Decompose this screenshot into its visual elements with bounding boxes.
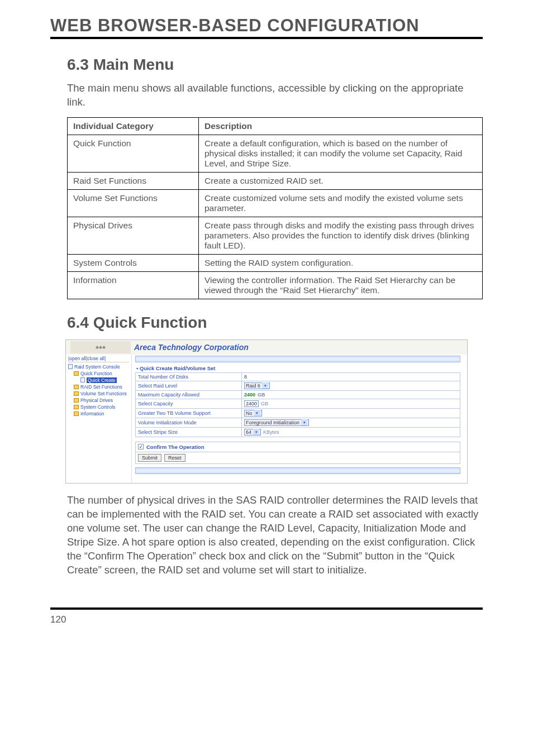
description-cell: Setting the RAID system configuration. — [199, 254, 483, 271]
category-cell: Volume Set Functions — [68, 189, 199, 217]
table-row: Physical DrivesCreate pass through disks… — [68, 217, 483, 254]
tree-item-label: Quick Function — [80, 371, 112, 376]
form-value[interactable]: 2400GB — [242, 399, 460, 408]
table-row: Quick FunctionCreate a default configura… — [68, 135, 483, 172]
form-row: Total Number Of Disks8 — [136, 372, 460, 381]
folder-icon — [74, 405, 79, 409]
table-row: Raid Set FunctionsCreate a customized RA… — [68, 172, 483, 189]
tree-root-label: Raid System Console — [74, 364, 120, 370]
page-icon — [68, 364, 73, 369]
description-cell: Create pass through disks and modify the… — [199, 217, 483, 254]
category-cell: Physical Drives — [68, 217, 199, 254]
tree-item[interactable]: RAID Set Functions — [68, 384, 129, 390]
form-row: Select Capacity2400GB — [136, 399, 460, 408]
section-6-3-title: 6.3 Main Menu — [50, 56, 483, 74]
tree-item[interactable]: System Controls — [68, 404, 129, 410]
form-row: Greater Two TB Volume SupportNo▾ — [136, 408, 460, 418]
page-number: 120 — [50, 614, 483, 625]
form-value[interactable]: Raid 6▾ — [242, 381, 460, 390]
submit-button[interactable]: Submit — [138, 454, 161, 462]
form-label: Total Number Of Disks — [136, 372, 242, 381]
form-row: Select Raid LevelRaid 6▾ — [136, 381, 460, 390]
category-cell: System Controls — [68, 254, 199, 271]
quick-create-form: Total Number Of Disks8Select Raid LevelR… — [135, 372, 460, 437]
tree-item[interactable]: Quick Function — [68, 370, 129, 377]
chevron-down-icon: ▾ — [254, 410, 260, 416]
tree-item-label: Physical Drives — [80, 398, 113, 403]
form-label: Select Stripe Size — [136, 427, 242, 437]
category-cell: Raid Set Functions — [68, 172, 199, 189]
folder-icon — [74, 398, 79, 403]
description-cell: Create a default configuration, which is… — [199, 135, 483, 172]
tree-item-label: Quick Create — [87, 377, 117, 383]
section-6-3-intro: The main menu shows all available functi… — [50, 82, 483, 109]
tree-item-label: RAID Set Functions — [80, 384, 122, 390]
tree-item-label: System Controls — [80, 404, 115, 410]
select-field[interactable]: No▾ — [244, 410, 262, 417]
tree-item[interactable]: Volume Set Functions — [68, 390, 129, 397]
quick-create-screenshot: ◉◉◉ Areca Technology Corporation |open a… — [65, 339, 468, 484]
folder-icon — [74, 412, 79, 416]
tree-item-label: Volume Set Functions — [80, 391, 127, 396]
page-icon — [80, 377, 85, 382]
form-value: 8 — [242, 372, 460, 381]
folder-icon — [74, 385, 79, 389]
folder-icon — [74, 391, 79, 396]
tree-item[interactable]: Physical Drives — [68, 397, 129, 404]
section-6-4-body: The number of physical drives in the SAS… — [50, 494, 483, 577]
form-label: Select Raid Level — [136, 381, 242, 390]
table-row: Volume Set FunctionsCreate customized vo… — [68, 189, 483, 217]
main-panel: ▪ Quick Create Raid/Volume Set Total Num… — [132, 355, 467, 483]
form-value[interactable]: No▾ — [242, 408, 460, 418]
form-label: Maximum Capacity Allowed — [136, 390, 242, 399]
form-row: Volume Initialization ModeForeground Ini… — [136, 418, 460, 427]
confirm-row[interactable]: ✓ Confirm The Operation — [135, 442, 460, 452]
chevron-down-icon: ▾ — [301, 419, 307, 425]
description-cell: Create a customized RAID set. — [199, 172, 483, 189]
footer-rule — [50, 607, 483, 610]
form-value[interactable]: 64▾KBytes — [242, 427, 460, 437]
form-label: Greater Two TB Volume Support — [136, 408, 242, 418]
reset-button[interactable]: Reset — [164, 454, 185, 462]
tree-item[interactable]: Quick Create — [68, 377, 129, 384]
folder-icon — [74, 371, 79, 376]
chevron-down-icon: ▾ — [253, 429, 259, 435]
col-header-category: Individual Category — [68, 117, 199, 135]
form-label: Select Capacity — [136, 399, 242, 408]
form-row: Maximum Capacity Allowed2400GB — [136, 390, 460, 399]
description-cell: Create customized volume sets and modify… — [199, 189, 483, 217]
form-value: 2400GB — [242, 390, 460, 399]
category-table: Individual Category Description Quick Fu… — [67, 117, 483, 299]
tree-item[interactable]: Information — [68, 410, 129, 417]
select-field[interactable]: 64▾ — [244, 429, 261, 436]
capacity-input[interactable]: 2400 — [244, 400, 259, 407]
gradient-bar — [135, 356, 460, 362]
brand-text: Areca Technology Corporation — [134, 343, 249, 352]
select-field[interactable]: Foreground Initialization▾ — [244, 419, 309, 426]
confirm-checkbox[interactable]: ✓ — [138, 444, 144, 449]
form-value[interactable]: Foreground Initialization▾ — [242, 418, 460, 427]
select-field[interactable]: Raid 6▾ — [244, 382, 270, 389]
confirm-label: Confirm The Operation — [146, 444, 204, 450]
screenshot-header: ◉◉◉ Areca Technology Corporation — [66, 340, 467, 355]
tree-root[interactable]: Raid System Console — [68, 363, 129, 370]
button-row: Submit Reset — [135, 452, 460, 464]
header-rule — [50, 37, 483, 39]
category-cell: Quick Function — [68, 135, 199, 172]
form-label: Volume Initialization Mode — [136, 418, 242, 427]
areca-logo: ◉◉◉ — [70, 341, 131, 353]
gradient-bar-bottom — [135, 467, 460, 474]
col-header-description: Description — [199, 117, 483, 135]
nav-tree: |open all|close all| Raid System Console… — [66, 355, 132, 483]
chevron-down-icon: ▾ — [262, 382, 268, 389]
panel-title: ▪ Quick Create Raid/Volume Set — [135, 363, 460, 372]
table-row: System ControlsSetting the RAID system c… — [68, 254, 483, 271]
tree-toggle-links[interactable]: |open all|close all| — [68, 356, 129, 362]
tree-item-label: Information — [80, 411, 104, 417]
category-cell: Information — [68, 271, 199, 299]
form-row: Select Stripe Size64▾KBytes — [136, 427, 460, 437]
section-6-4-title: 6.4 Quick Function — [50, 314, 483, 332]
table-row: InformationViewing the controller inform… — [68, 271, 483, 299]
description-cell: Viewing the controller information. The … — [199, 271, 483, 299]
page-header: WEB BROWSER-BASED CONFIGURATION — [50, 16, 483, 36]
